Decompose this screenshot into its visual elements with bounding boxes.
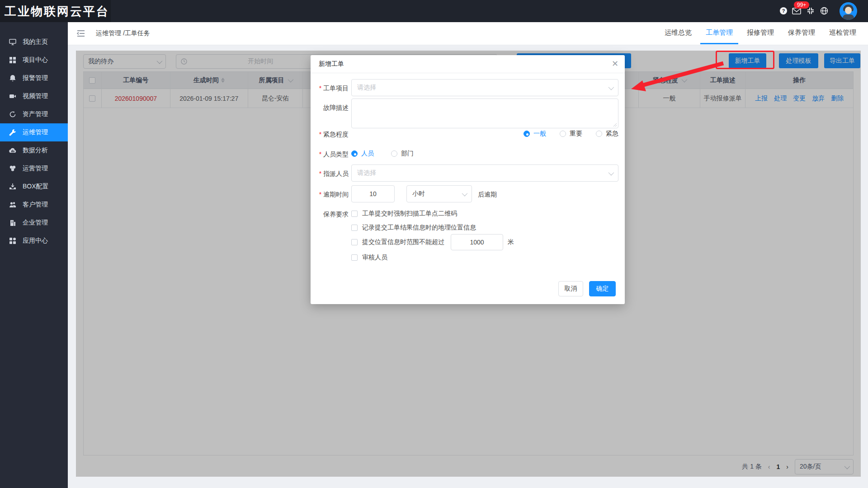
checkbox-row-distance[interactable]: 提交位置信息时范围不能超过 米 <box>351 234 514 250</box>
avatar-face <box>845 7 852 14</box>
radio-dot <box>524 131 530 137</box>
checkbox-row-scan[interactable]: 工单提交时强制扫描工单点二维码 <box>351 210 457 218</box>
checkbox[interactable] <box>351 254 358 261</box>
fault-textarea[interactable] <box>351 99 618 128</box>
download-box-icon <box>9 183 16 190</box>
sidebar-item-label: 企业管理 <box>23 219 48 227</box>
globe-icon[interactable] <box>820 7 828 15</box>
sidebar-item-home[interactable]: 我的主页 <box>0 33 68 51</box>
page-header: 运维管理 /工单任务 运维总览 工单管理 报修管理 保养管理 巡检管理 <box>68 22 868 45</box>
sidebar-item-label: 运维管理 <box>23 128 48 136</box>
building-icon <box>9 219 16 226</box>
sidebar-item-operation[interactable]: 运营管理 <box>0 160 68 178</box>
tab-workorder[interactable]: 工单管理 <box>706 28 733 37</box>
clover-icon <box>9 165 16 172</box>
checkbox[interactable] <box>351 239 358 245</box>
help-icon[interactable]: ? <box>779 7 788 15</box>
label-fault: 故障描述 <box>314 104 349 112</box>
label-person-type: 人员类型 <box>314 150 349 159</box>
sidebar-item-label: 数据分析 <box>23 146 48 155</box>
distance-input[interactable] <box>451 234 503 250</box>
grid-icon <box>9 56 16 64</box>
sidebar: 我的主页 项目中心 报警管理 视频管理 资产管理 运维管理 数据分析 运营管理 … <box>0 22 68 488</box>
radio-label: 紧急 <box>606 130 618 138</box>
person-type-radio-group: 人员 部门 <box>351 150 414 158</box>
checkbox-label: 工单提交时强制扫描工单点二维码 <box>362 210 457 218</box>
chevron-down-icon <box>462 190 468 196</box>
tab-inspection[interactable]: 巡检管理 <box>829 28 856 37</box>
radio-urgent[interactable]: 紧急 <box>596 130 618 138</box>
checkbox-row-reviewer[interactable]: 审核人员 <box>351 253 387 262</box>
chevron-down-icon <box>609 169 614 175</box>
people-icon <box>9 201 16 208</box>
apps-icon <box>9 237 16 244</box>
confirm-button[interactable]: 确定 <box>589 281 616 296</box>
sidebar-item-label: 资产管理 <box>23 110 48 118</box>
sidebar-item-label: 我的主页 <box>23 38 48 46</box>
radio-label: 人员 <box>361 150 374 158</box>
tab-maintain[interactable]: 保养管理 <box>788 28 815 37</box>
cancel-button[interactable]: 取消 <box>558 281 583 296</box>
sidebar-item-alarms[interactable]: 报警管理 <box>0 69 68 87</box>
distance-unit: 米 <box>508 238 514 246</box>
mail-icon[interactable] <box>792 8 800 16</box>
dialog-title: 新增工单 <box>319 60 344 68</box>
radio-department[interactable]: 部门 <box>391 150 414 158</box>
checkbox-label: 审核人员 <box>362 253 387 262</box>
compress-icon[interactable] <box>807 7 815 15</box>
dialog-header: 新增工单 ✕ <box>311 55 625 73</box>
new-workorder-dialog: 新增工单 ✕ 工单项目 请选择 故障描述 紧急程度 一般 重要 紧急 人员类型 … <box>311 55 625 304</box>
sidebar-item-box[interactable]: BOX配置 <box>0 178 68 196</box>
label-urgency: 紧急程度 <box>314 131 349 139</box>
assignee-placeholder: 请选择 <box>357 169 609 177</box>
sidebar-item-label: 客户管理 <box>23 201 48 209</box>
overdue-suffix: 后逾期 <box>478 191 497 199</box>
sidebar-item-assets[interactable]: 资产管理 <box>0 105 68 123</box>
checkbox[interactable] <box>351 225 358 231</box>
label-overdue: 逾期时间 <box>314 191 349 199</box>
recycle-icon <box>9 111 16 118</box>
overdue-time-input[interactable] <box>351 185 395 202</box>
label-assignee: 指派人员 <box>314 170 349 178</box>
sidebar-item-customers[interactable]: 客户管理 <box>0 196 68 214</box>
label-maintain: 保养要求 <box>314 211 349 219</box>
sidebar-item-ops[interactable]: 运维管理 <box>0 123 68 141</box>
checkbox-label: 提交位置信息时范围不能超过 <box>362 238 444 246</box>
radio-important[interactable]: 重要 <box>560 130 582 138</box>
checkbox-row-geo[interactable]: 记录提交工单结果信息时的地理位置信息 <box>351 224 476 232</box>
radio-dot <box>560 131 566 137</box>
radio-normal[interactable]: 一般 <box>524 130 546 138</box>
app-title: 工业物联网云平台 <box>5 4 109 19</box>
radio-person[interactable]: 人员 <box>351 150 374 158</box>
sidebar-item-video[interactable]: 视频管理 <box>0 87 68 105</box>
sidebar-item-label: 项目中心 <box>23 56 48 64</box>
overdue-unit-value: 小时 <box>412 190 462 198</box>
sidebar-item-apps[interactable]: 应用中心 <box>0 232 68 250</box>
radio-label: 一般 <box>533 130 546 138</box>
sidebar-item-label: 视频管理 <box>23 92 48 100</box>
tab-repair[interactable]: 报修管理 <box>747 28 774 37</box>
monitor-icon <box>9 38 16 46</box>
notification-badge: 99+ <box>794 1 809 9</box>
radio-dot <box>351 150 358 157</box>
sidebar-item-label: 报警管理 <box>23 74 48 82</box>
sidebar-item-analytics[interactable]: 数据分析 <box>0 141 68 160</box>
video-camera-icon <box>9 93 16 100</box>
menu-fold-icon[interactable] <box>77 30 85 37</box>
wrench-icon <box>9 129 16 136</box>
user-avatar[interactable] <box>840 2 857 20</box>
assignee-select[interactable]: 请选择 <box>351 164 618 182</box>
checkbox[interactable] <box>351 211 358 217</box>
tab-ops-overview[interactable]: 运维总览 <box>665 28 692 37</box>
project-select[interactable]: 请选择 <box>351 79 618 96</box>
sidebar-item-label: BOX配置 <box>23 183 49 191</box>
radio-label: 部门 <box>401 150 414 158</box>
overdue-unit-select[interactable]: 小时 <box>406 185 472 202</box>
sidebar-item-enterprise[interactable]: 企业管理 <box>0 214 68 232</box>
sidebar-item-label: 运营管理 <box>23 164 48 173</box>
checkbox-label: 记录提交工单结果信息时的地理位置信息 <box>362 224 476 232</box>
svg-text:?: ? <box>782 8 785 14</box>
resize-grip-icon[interactable] <box>613 123 617 127</box>
close-icon[interactable]: ✕ <box>612 59 618 69</box>
sidebar-item-projects[interactable]: 项目中心 <box>0 51 68 69</box>
